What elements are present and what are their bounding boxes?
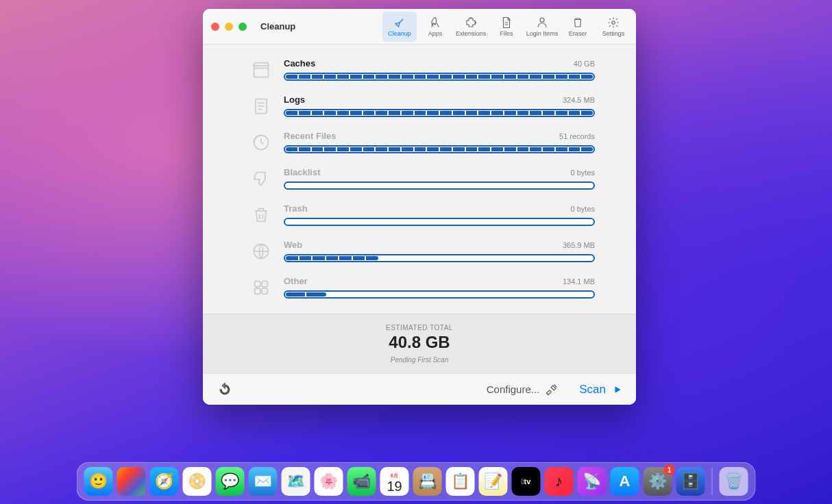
dock-notes[interactable]: 📝 [479, 467, 508, 496]
file-icon [500, 16, 513, 29]
dock-chrome[interactable]: 📀 [183, 467, 212, 496]
category-name: Blacklist [284, 167, 320, 177]
dock-separator [712, 468, 713, 495]
toolbar-loginitems[interactable]: Login Items [525, 12, 559, 42]
dock-appstore[interactable]: A [611, 467, 639, 496]
dock-contacts[interactable]: 📇 [413, 467, 442, 496]
dock-messages[interactable]: 💬 [216, 467, 245, 496]
titlebar: Cleanup Cleanup Apps Extensions Files Lo… [203, 9, 636, 45]
dock-reminders[interactable]: 📋 [446, 467, 475, 496]
scan-button[interactable]: Scan [579, 383, 622, 396]
tools-icon [545, 383, 559, 396]
toolbar-label: Login Items [526, 30, 559, 37]
svg-rect-6 [255, 281, 260, 287]
progress-bar [284, 109, 595, 117]
document-icon [251, 96, 271, 116]
dock-trash[interactable]: 🗑️ [720, 467, 748, 496]
category-blacklist[interactable]: Blacklist0 bytes [251, 167, 595, 190]
dock-safari[interactable]: 🧭 [150, 467, 179, 496]
progress-bar [284, 181, 595, 190]
globe-icon [251, 241, 271, 262]
scan-label: Scan [579, 383, 606, 396]
svg-rect-8 [255, 288, 260, 294]
category-name: Caches [284, 58, 315, 68]
thumbsdown-icon [251, 168, 271, 189]
dock: 🙂 🧭 📀 💬 ✉️ 🗺️ 🌸 📹 6月 19 📇 📋 📝 tv ♪ 📡 A … [77, 462, 756, 501]
toolbar-extensions[interactable]: Extensions [454, 12, 488, 42]
category-size: 40 GB [574, 60, 595, 68]
category-size: 324.5 MB [563, 96, 595, 104]
action-bar: Configure... Scan [203, 373, 636, 405]
gear-icon [607, 16, 620, 29]
rocket-icon [429, 16, 441, 29]
configure-button[interactable]: Configure... [487, 383, 559, 396]
svg-point-1 [612, 21, 615, 25]
category-list: Caches40 GB Logs324.5 MB Recent Files51 … [203, 45, 636, 314]
scan-status: Pending First Scan [203, 356, 636, 364]
toolbar: Cleanup Apps Extensions Files Login Item… [382, 12, 631, 42]
cleanup-window: Cleanup Cleanup Apps Extensions Files Lo… [203, 9, 636, 405]
svg-rect-7 [262, 281, 267, 287]
dock-podcasts[interactable]: 📡 [578, 467, 607, 496]
category-name: Logs [284, 94, 305, 105]
toolbar-label: Cleanup [388, 30, 411, 37]
dock-mail[interactable]: ✉️ [249, 467, 278, 496]
toolbar-cleanup[interactable]: Cleanup [382, 12, 417, 42]
dock-photos[interactable]: 🌸 [315, 467, 343, 496]
maximize-button[interactable] [238, 23, 247, 31]
progress-bar [284, 73, 595, 81]
toolbar-label: Settings [602, 30, 625, 37]
progress-bar [284, 254, 595, 262]
window-controls [211, 23, 247, 31]
category-name: Other [284, 276, 308, 286]
category-recentfiles[interactable]: Recent Files51 records [251, 131, 595, 153]
puzzle-icon [465, 16, 477, 29]
dock-app-valentina[interactable]: 🗄️ [676, 467, 705, 496]
category-trash[interactable]: Trash0 bytes [251, 203, 595, 226]
toolbar-eraser[interactable]: Eraser [561, 12, 595, 42]
category-web[interactable]: Web365.9 MB [251, 240, 595, 262]
category-size: 134.1 MB [563, 277, 595, 286]
box-icon [251, 60, 271, 80]
dock-finder[interactable]: 🙂 [84, 467, 113, 496]
dock-music[interactable]: ♪ [545, 467, 574, 496]
category-other[interactable]: Other134.1 MB [251, 276, 595, 299]
dock-launchpad[interactable] [117, 467, 146, 496]
toolbar-files[interactable]: Files [489, 12, 524, 42]
close-button[interactable] [211, 23, 219, 31]
reset-button[interactable] [217, 381, 233, 398]
category-caches[interactable]: Caches40 GB [251, 58, 595, 81]
trash-icon [572, 16, 584, 29]
broom-icon [393, 16, 406, 29]
dock-maps[interactable]: 🗺️ [282, 467, 310, 496]
clock-icon [251, 132, 271, 153]
window-title: Cleanup [260, 21, 295, 32]
estimated-total: 40.8 GB [203, 333, 636, 352]
svg-point-0 [540, 18, 544, 22]
dock-facetime[interactable]: 📹 [347, 467, 376, 496]
progress-bar [284, 218, 595, 226]
toolbar-label: Files [500, 30, 513, 37]
badge: 1 [664, 464, 675, 475]
toolbar-apps[interactable]: Apps [418, 12, 452, 42]
toolbar-label: Eraser [569, 30, 587, 37]
minimize-button[interactable] [225, 23, 233, 31]
calendar-month: 6月 [391, 470, 398, 479]
toolbar-settings[interactable]: Settings [596, 12, 631, 42]
category-size: 0 bytes [571, 168, 595, 177]
summary-footer: ESTIMATED TOTAL 40.8 GB Pending First Sc… [203, 314, 636, 373]
dock-tv[interactable]: tv [512, 467, 541, 496]
category-name: Recent Files [284, 131, 337, 141]
toolbar-label: Apps [428, 30, 443, 37]
dock-calendar[interactable]: 6月 19 [380, 467, 409, 496]
toolbar-label: Extensions [456, 30, 486, 37]
svg-rect-2 [254, 66, 269, 77]
category-size: 0 bytes [571, 205, 595, 213]
user-icon [536, 16, 548, 29]
svg-rect-9 [262, 288, 267, 294]
dock-systempreferences[interactable]: ⚙️1 [644, 467, 672, 496]
progress-bar [284, 290, 595, 299]
category-size: 365.9 MB [563, 241, 595, 249]
category-logs[interactable]: Logs324.5 MB [251, 94, 595, 117]
progress-bar [284, 145, 595, 153]
